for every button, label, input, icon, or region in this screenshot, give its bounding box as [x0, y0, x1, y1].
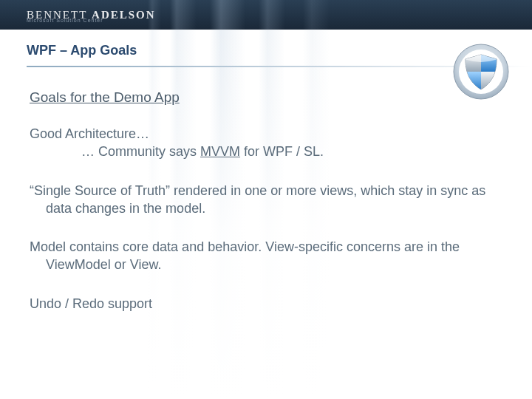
bullet-1-line2-prefix: … Community says: [81, 144, 200, 159]
bullet-1: Good Architecture… … Community says MVVM…: [30, 125, 495, 161]
bullet-1-line2-suffix: for WPF / SL.: [240, 144, 324, 159]
bullet-4: Undo / Redo support: [30, 295, 495, 313]
slide-body: Goals for the Demo App Good Architecture…: [0, 73, 532, 313]
bullet-3: Model contains core data and behavior. V…: [30, 238, 495, 274]
slide-subtitle: Goals for the Demo App: [30, 89, 495, 106]
bullet-2: “Single Source of Truth” rendered in one…: [30, 182, 495, 218]
bullet-1-line1: Good Architecture…: [30, 126, 149, 141]
brand-tagline: Microsoft Solution Center: [27, 18, 103, 23]
shield-icon: [452, 43, 510, 103]
bullet-1-emphasis: MVVM: [200, 144, 240, 159]
header-band: BENNETT ADELSON Microsoft Solution Cente…: [0, 0, 532, 30]
